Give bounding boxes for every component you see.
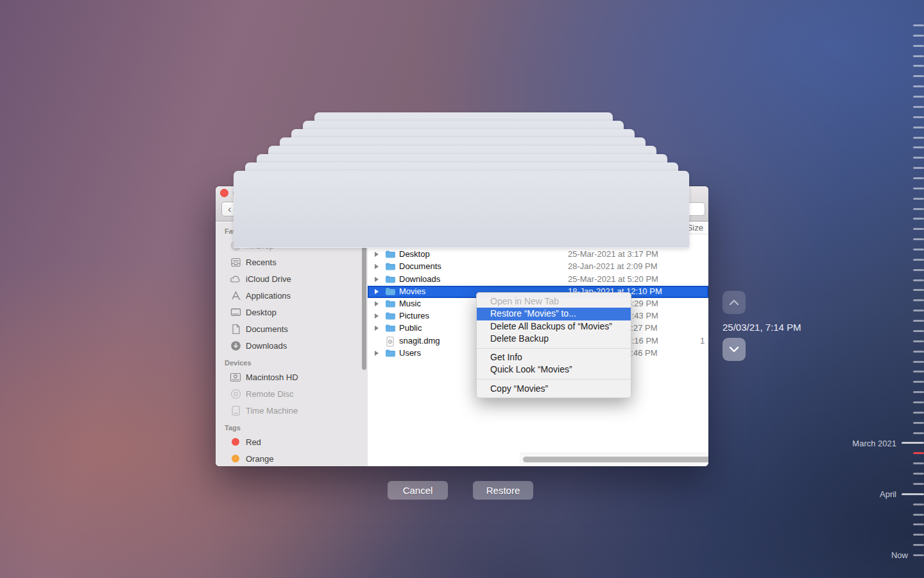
timeline-tick[interactable]	[913, 45, 924, 47]
timeline-tick[interactable]	[913, 35, 924, 37]
timeline-tick[interactable]	[913, 473, 924, 475]
timeline-tick[interactable]	[913, 401, 924, 403]
disclosure-triangle-icon[interactable]	[375, 313, 379, 319]
disclosure-triangle-icon[interactable]	[375, 326, 379, 331]
restore-button[interactable]: Restore	[473, 481, 533, 500]
timeline-tick[interactable]	[913, 24, 924, 26]
timeline-tick[interactable]	[902, 493, 924, 495]
timeline-tick[interactable]	[913, 167, 924, 169]
icloud-icon	[230, 273, 241, 285]
menu-item-open-in-new-tab[interactable]: Open in New Tab	[477, 295, 631, 308]
timeline-tick-selected[interactable]	[913, 452, 924, 454]
disclosure-triangle-icon[interactable]	[375, 252, 379, 257]
timeline-tick[interactable]	[913, 422, 924, 424]
column-header-size[interactable]: Size	[687, 223, 703, 232]
timeline-tick[interactable]	[913, 523, 924, 525]
timeline-tick[interactable]	[913, 310, 924, 311]
timeline-tick[interactable]	[913, 534, 924, 536]
applications-icon	[230, 290, 241, 301]
timeline-tick[interactable]	[913, 514, 924, 516]
menu-separator	[477, 379, 631, 380]
timeline-tick[interactable]	[913, 137, 924, 139]
sidebar-item-time-machine[interactable]: Time Machine	[216, 402, 368, 419]
timeline-tick[interactable]	[913, 269, 924, 271]
sidebar-item-documents[interactable]: Documents	[216, 320, 368, 337]
timeline-tick[interactable]	[913, 127, 924, 128]
menu-item-quick-look-movies[interactable]: Quick Look “Movies”	[477, 363, 631, 376]
timeline-tick[interactable]	[913, 279, 924, 281]
folder-icon	[385, 287, 396, 297]
file-name: Movies	[399, 286, 425, 296]
sidebar-item-icloud-drive[interactable]: iCloud Drive	[216, 270, 368, 287]
horizontal-scrollbar-thumb[interactable]	[523, 457, 708, 462]
disclosure-triangle-icon[interactable]	[375, 277, 379, 282]
file-name: Public	[399, 323, 422, 333]
timeline-tick[interactable]	[913, 106, 924, 108]
timeline-tick[interactable]	[913, 371, 924, 372]
timeline-tick[interactable]	[913, 289, 924, 291]
timeline-tick[interactable]	[913, 412, 924, 414]
timeline-tick[interactable]	[913, 381, 924, 383]
timeline-back-button[interactable]	[723, 291, 746, 314]
folder-icon	[385, 262, 396, 272]
tag-orange-icon	[230, 453, 241, 464]
timeline-tick[interactable]	[913, 544, 924, 546]
disclosure-triangle-icon[interactable]	[375, 264, 379, 269]
sidebar-item-applications[interactable]: Applications	[216, 287, 368, 304]
timeline-tick[interactable]	[913, 391, 924, 393]
timeline-tick[interactable]	[913, 361, 924, 363]
horizontal-scrollbar-track[interactable]	[520, 453, 708, 466]
timeline-tick[interactable]	[913, 85, 924, 87]
timeline-tick[interactable]	[913, 432, 924, 434]
file-row-documents[interactable]: Documents 28-Jan-2021 at 2:09 PM	[368, 261, 708, 273]
timeline-tick[interactable]	[913, 177, 924, 179]
menu-item-delete-backup[interactable]: Delete Backup	[477, 333, 631, 345]
timeline-tick[interactable]	[913, 554, 924, 556]
sidebar-item-recents[interactable]: Recents	[216, 254, 368, 270]
sidebar-item-orange[interactable]: Orange	[216, 450, 368, 466]
timeline-tick[interactable]	[902, 442, 924, 444]
sidebar-item-downloads[interactable]: Downloads	[216, 337, 368, 354]
disclosure-triangle-icon[interactable]	[375, 301, 379, 306]
timeline-tick[interactable]	[913, 483, 924, 485]
timeline-tick[interactable]	[913, 188, 924, 189]
timeline-tick[interactable]	[913, 55, 924, 57]
timeline-tick[interactable]	[913, 96, 924, 98]
timeline-tick[interactable]	[913, 259, 924, 261]
file-row-desktop[interactable]: Desktop 25-Mar-2021 at 3:17 PM	[368, 249, 708, 261]
timeline-forward-button[interactable]	[723, 338, 746, 361]
timeline-tick[interactable]	[913, 218, 924, 220]
menu-item-delete-all-backups-of-movies[interactable]: Delete All Backups of “Movies”	[477, 320, 631, 333]
disclosure-triangle-icon[interactable]	[375, 351, 379, 356]
menu-item-get-info[interactable]: Get Info	[477, 351, 631, 363]
cancel-button[interactable]: Cancel	[388, 481, 448, 500]
sidebar-item-label: Documents	[246, 324, 288, 334]
sidebar-item-remote-disc[interactable]: Remote Disc	[216, 385, 368, 402]
timeline-tick[interactable]	[913, 340, 924, 342]
file-row-downloads[interactable]: Downloads 25-Mar-2021 at 5:20 PM	[368, 274, 708, 286]
timeline-tick[interactable]	[913, 351, 924, 353]
timeline-tick[interactable]	[913, 208, 924, 210]
timeline-tick[interactable]	[913, 249, 924, 250]
timeline-tick[interactable]	[913, 320, 924, 322]
timeline-tick[interactable]	[913, 65, 924, 67]
sidebar-item-macintosh-hd[interactable]: Macintosh HD	[216, 369, 368, 385]
menu-item-restore-movies-to[interactable]: Restore “Movies” to...	[477, 308, 631, 320]
timeline-tick[interactable]	[913, 116, 924, 118]
timeline-tick[interactable]	[913, 157, 924, 159]
menu-item-copy-movies[interactable]: Copy “Movies”	[477, 383, 631, 395]
disclosure-triangle-icon[interactable]	[375, 289, 379, 294]
timeline-tick[interactable]	[913, 198, 924, 200]
timeline-tick[interactable]	[913, 299, 924, 301]
timeline-tick[interactable]	[913, 504, 924, 505]
timeline-tick[interactable]	[913, 462, 924, 464]
timeline-tick[interactable]	[913, 330, 924, 332]
timeline-tick[interactable]	[913, 238, 924, 240]
timeline-tick[interactable]	[913, 146, 924, 148]
sidebar-item-red[interactable]: Red	[216, 434, 368, 450]
hdd-icon	[230, 371, 241, 383]
timeline-tick[interactable]	[913, 228, 924, 230]
sidebar-item-desktop[interactable]: Desktop	[216, 304, 368, 320]
timeline-tick[interactable]	[913, 75, 924, 77]
stacked-backup-window-1[interactable]	[234, 171, 689, 248]
